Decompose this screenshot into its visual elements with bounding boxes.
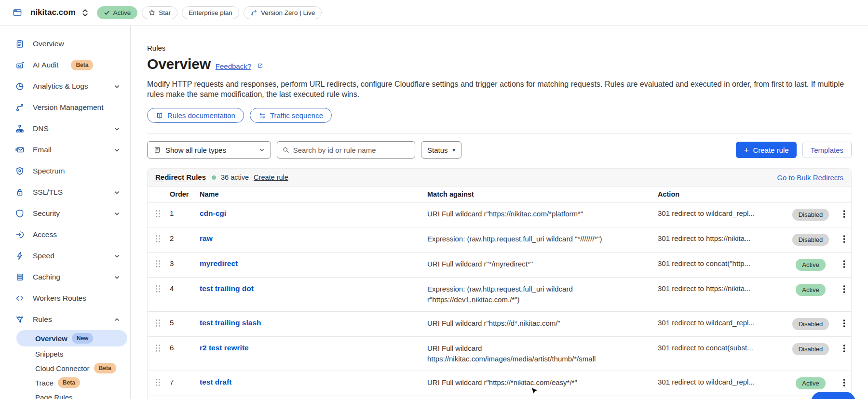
section-divider	[147, 133, 852, 134]
drag-handle-icon[interactable]	[155, 343, 170, 354]
shield-icon	[15, 209, 25, 218]
new-badge: New	[72, 333, 94, 344]
chevron-down-icon	[114, 211, 120, 217]
sidebar-subitem-label: Snippets	[35, 350, 63, 358]
sidebar-item-ai-audit[interactable]: AI AuditBeta	[0, 54, 130, 76]
sidebar-item-label: Analytics & Logs	[33, 82, 88, 91]
rule-name-link[interactable]: myredirect	[200, 259, 238, 267]
rule-action: 301 redirect to https://nikita...	[658, 234, 784, 243]
sidebar-item-speed[interactable]: Speed	[0, 245, 130, 266]
drag-handle-icon[interactable]	[155, 234, 170, 245]
sidebar-subitem-label: Trace	[35, 379, 54, 387]
sidebar-item-dns[interactable]: DNS	[0, 118, 130, 139]
version-badge[interactable]: Version Zero | Live	[244, 6, 322, 19]
drag-handle-icon[interactable]	[155, 284, 170, 295]
external-link-icon	[257, 62, 264, 69]
star-icon	[149, 9, 155, 16]
sidebar-item-access[interactable]: Access	[0, 224, 130, 245]
kebab-menu-icon[interactable]	[837, 343, 851, 352]
sidebar-item-workers-routes[interactable]: Workers Routes	[0, 288, 130, 309]
rule-match: Expression: (raw.http.request.full_uri w…	[427, 234, 658, 244]
kebab-menu-icon[interactable]	[837, 284, 851, 293]
sidebar-item-ssl-tls[interactable]: SSL/TLS	[0, 182, 130, 203]
create-rule-button[interactable]: + Create rule	[736, 142, 796, 158]
search-icon	[283, 146, 289, 154]
bulk-redirects-link[interactable]: Go to Bulk Redirects	[777, 173, 843, 182]
rule-action: 301 redirect to wildcard_repl...	[658, 377, 784, 387]
sidebar-item-label: Security	[33, 209, 60, 218]
drag-handle-icon[interactable]	[155, 259, 170, 270]
drag-handle-icon[interactable]	[155, 209, 170, 220]
kebab-menu-icon[interactable]	[837, 234, 851, 243]
lock-icon	[15, 187, 25, 197]
chevron-down-icon	[114, 189, 120, 196]
rule-name-link[interactable]: test trailing dot	[200, 284, 254, 293]
kebab-menu-icon[interactable]	[837, 259, 851, 268]
sidebar-item-security[interactable]: Security	[0, 203, 130, 224]
swap-arrows-icon	[258, 112, 266, 120]
rule-name-link[interactable]: r2 test rewrite	[200, 344, 249, 352]
sidebar-item-analytics-logs[interactable]: Analytics & Logs	[0, 76, 130, 97]
funnel-icon	[15, 315, 25, 324]
drag-handle-icon[interactable]	[155, 318, 170, 329]
table-row: 3myredirectURI Full wildcard r"*/myredir…	[148, 253, 851, 278]
sidebar-subitem-cloud-connector[interactable]: Cloud ConnectorBeta	[0, 361, 130, 375]
envelope-icon	[15, 145, 25, 155]
search-input[interactable]	[293, 146, 409, 154]
sidebar-item-caching[interactable]: Caching	[0, 266, 130, 288]
star-button[interactable]: Star	[142, 6, 177, 19]
chevron-down-icon	[114, 147, 120, 153]
chevron-down-icon	[114, 253, 120, 259]
support-chat-button[interactable]	[811, 392, 855, 399]
templates-button[interactable]: Templates	[802, 142, 852, 158]
sidebar-item-label: Rules	[33, 315, 52, 324]
drag-handle-icon[interactable]	[155, 377, 170, 388]
create-rule-link[interactable]: Create rule	[254, 173, 288, 181]
status-dropdown[interactable]: Status ▾	[421, 141, 461, 159]
rule-order: 3	[170, 259, 200, 268]
rule-name-link[interactable]: test trailing slash	[200, 319, 261, 327]
login-arrow-icon	[15, 230, 25, 239]
rule-type-dropdown[interactable]: Show all rule types	[147, 141, 271, 159]
col-match: Match against	[427, 190, 658, 198]
plan-badge[interactable]: Enterprise plan	[182, 6, 239, 19]
rule-name-link[interactable]: cdn-cgi	[200, 209, 226, 217]
sidebar: OverviewAI AuditBetaAnalytics & LogsVers…	[0, 26, 131, 399]
book-icon	[156, 112, 163, 120]
rule-name-link[interactable]: raw	[200, 234, 213, 242]
sidebar-subitem-snippets[interactable]: Snippets	[0, 346, 130, 361]
section-title[interactable]: Redirect Rules	[155, 173, 206, 182]
sidebar-subitem-label: Overview	[35, 334, 68, 343]
sidebar-item-overview[interactable]: Overview	[0, 33, 130, 54]
sidebar-item-spectrum[interactable]: Spectrum	[0, 160, 130, 182]
sidebar-subitem-trace[interactable]: TraceBeta	[0, 375, 130, 390]
feedback-link[interactable]: Feedback?	[216, 62, 251, 70]
sidebar-item-version-management[interactable]: Version Management	[0, 97, 130, 118]
col-order: Order	[170, 190, 200, 198]
rule-action: 301 redirect to https://nikita...	[658, 284, 784, 293]
sidebar-subitem-page-rules[interactable]: Page Rules	[0, 390, 130, 399]
lightning-icon	[15, 251, 25, 261]
layers-icon	[15, 272, 25, 282]
sidebar-item-rules[interactable]: Rules	[0, 309, 130, 330]
sitemap-icon	[15, 124, 25, 133]
sidebar-item-email[interactable]: Email	[0, 139, 130, 160]
caret-down-icon: ▾	[452, 147, 455, 153]
kebab-menu-icon[interactable]	[837, 318, 851, 327]
rule-match: URI Full wildcard https://nikitac.com/im…	[427, 343, 658, 364]
rule-action: 301 redirect to wildcard_repl...	[658, 209, 784, 218]
traffic-sequence-button[interactable]: Traffic sequence	[250, 108, 332, 123]
site-selector-icon[interactable]	[81, 8, 89, 17]
chevron-down-icon	[114, 83, 120, 90]
shield-gear-icon	[15, 166, 25, 176]
robot-icon	[15, 60, 25, 70]
sidebar-subitem-label: Cloud Connector	[35, 364, 90, 372]
kebab-menu-icon[interactable]	[837, 209, 851, 218]
sidebar-subitem-overview[interactable]: OverviewNew	[16, 330, 127, 346]
kebab-menu-icon[interactable]	[837, 377, 851, 386]
rules-documentation-button[interactable]: Rules documentation	[147, 108, 244, 123]
rule-action: 301 redirect to wildcard_repl...	[658, 318, 784, 328]
app-window: nikitac.com Active Star Enterprise plan …	[0, 0, 868, 399]
rule-name-link[interactable]: test draft	[200, 378, 231, 386]
rule-order: 5	[170, 318, 200, 328]
